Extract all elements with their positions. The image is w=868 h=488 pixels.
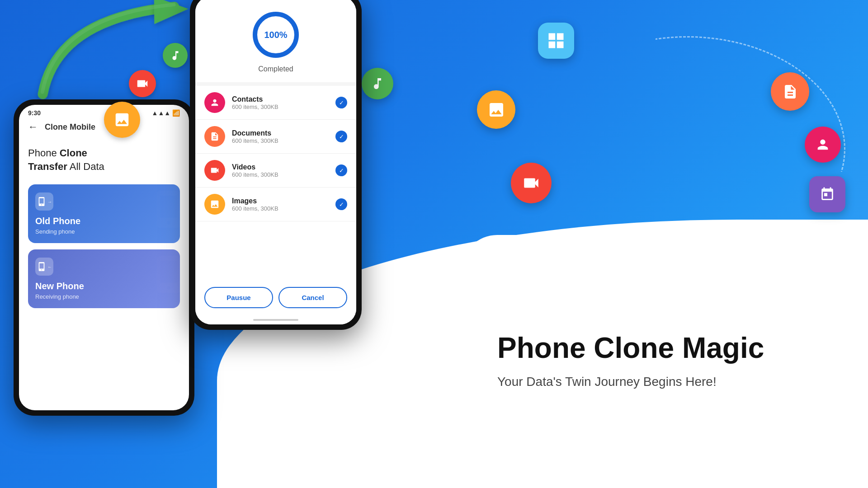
contacts-icon — [204, 92, 225, 113]
images-icon — [204, 194, 225, 215]
videos-icon — [204, 160, 225, 181]
calendar-icon-right — [809, 176, 845, 212]
documents-icon — [204, 126, 225, 147]
contacts-check: ✓ — [335, 97, 347, 108]
new-phone-icon: ← — [35, 258, 53, 276]
new-phone-card[interactable]: ← New Phone Receiving phone — [28, 249, 180, 308]
main-subtitle: Your Data's Twin Journey Begins Here! — [497, 373, 764, 391]
completed-text: Completed — [258, 65, 293, 73]
music-icon-left — [163, 43, 188, 68]
videos-size: 600 items, 300KB — [232, 171, 335, 178]
images-name: Images — [232, 197, 335, 205]
contacts-size: 600 items, 300KB — [232, 103, 335, 110]
main-headline: Phone Clone Magic — [497, 332, 764, 364]
videos-check: ✓ — [335, 164, 347, 176]
videos-info: Videos 600 items, 300KB — [232, 163, 335, 178]
right-content: Phone Clone Magic Your Data's Twin Journ… — [461, 235, 868, 488]
transfer-item-images: Images 600 items, 300KB ✓ — [195, 188, 356, 221]
images-size: 600 items, 300KB — [232, 205, 335, 212]
video-icon-right — [511, 163, 552, 203]
signal: ▲▲▲ 📶 — [152, 109, 180, 117]
photo-icon-right — [477, 90, 515, 129]
home-indicator — [253, 319, 298, 321]
transfer-item-videos: Videos 600 items, 300KB ✓ — [195, 154, 356, 188]
video-icon-left — [129, 70, 156, 97]
left-phone: 9:30 ▲▲▲ 📶 ← Clone Mobile Phone CloneTra… — [14, 99, 194, 416]
phone-headline: Phone CloneTransfer All Data — [28, 146, 180, 173]
contacts-info: Contacts 600 items, 300KB — [232, 95, 335, 110]
old-phone-icon: → — [35, 192, 53, 211]
back-button[interactable]: ← — [28, 121, 38, 133]
left-phone-inner: 9:30 ▲▲▲ 📶 ← Clone Mobile Phone CloneTra… — [19, 105, 189, 410]
progress-percent: 100% — [251, 10, 301, 60]
documents-info: Documents 600 items, 300KB — [232, 129, 335, 144]
images-info: Images 600 items, 300KB — [232, 197, 335, 212]
contacts-name: Contacts — [232, 95, 335, 103]
videos-name: Videos — [232, 163, 335, 171]
progress-circle: 100% — [251, 10, 301, 60]
contacts-icon-right — [805, 127, 841, 163]
old-phone-card[interactable]: → Old Phone Sending phone — [28, 184, 180, 243]
documents-name: Documents — [232, 129, 335, 137]
transfer-list: Contacts 600 items, 300KB ✓ Documents 60… — [195, 86, 356, 280]
images-check: ✓ — [335, 198, 347, 210]
pause-button[interactable]: Pausue — [204, 287, 273, 308]
doc-icon-right — [771, 72, 809, 111]
transfer-item-contacts: Contacts 600 items, 300KB ✓ — [195, 86, 356, 120]
documents-check: ✓ — [335, 131, 347, 142]
new-phone-bg-icon — [148, 254, 180, 304]
grid-icon — [538, 23, 574, 59]
documents-size: 600 items, 300KB — [232, 137, 335, 144]
time: 9:30 — [28, 109, 41, 117]
center-phone-inner: 100% Completed Contacts 600 items, 300KB… — [195, 0, 356, 324]
transfer-buttons: Pausue Cancel — [195, 280, 356, 315]
music-icon-right — [362, 68, 393, 99]
cancel-button[interactable]: Cancel — [278, 287, 347, 308]
phone-content: Phone CloneTransfer All Data → Old Phone… — [19, 137, 189, 410]
transfer-item-documents: Documents 600 items, 300KB ✓ — [195, 120, 356, 154]
right-text: Phone Clone Magic Your Data's Twin Journ… — [497, 332, 764, 391]
home-bar — [195, 315, 356, 324]
progress-section: 100% Completed — [195, 0, 356, 82]
header-title: Clone Mobile — [45, 122, 95, 132]
center-phone: 100% Completed Contacts 600 items, 300KB… — [190, 0, 362, 330]
photo-icon-left — [104, 102, 140, 138]
old-phone-bg-icon — [148, 189, 180, 239]
